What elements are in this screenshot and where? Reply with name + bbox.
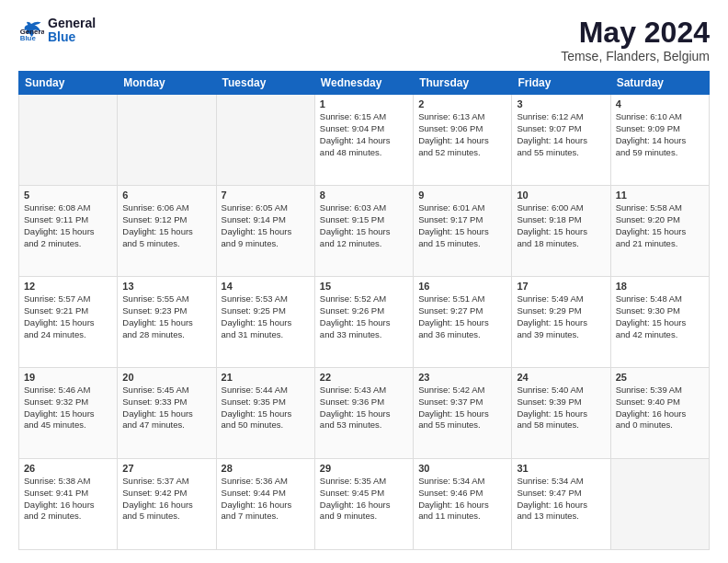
day-number: 22 <box>320 372 408 383</box>
calendar-cell: 12Sunrise: 5:57 AMSunset: 9:21 PMDayligh… <box>19 277 118 368</box>
calendar-cell: 28Sunrise: 5:36 AMSunset: 9:44 PMDayligh… <box>216 459 314 550</box>
day-info: Sunrise: 5:34 AMSunset: 9:47 PMDaylight:… <box>517 476 605 523</box>
calendar-cell: 6Sunrise: 6:06 AMSunset: 9:12 PMDaylight… <box>118 186 216 277</box>
calendar-cell: 25Sunrise: 5:39 AMSunset: 9:40 PMDayligh… <box>610 368 709 459</box>
day-info: Sunrise: 5:43 AMSunset: 9:36 PMDaylight:… <box>320 385 408 431</box>
calendar-cell <box>118 95 216 186</box>
calendar-cell <box>610 459 709 550</box>
day-info: Sunrise: 6:00 AMSunset: 9:18 PMDaylight:… <box>517 202 605 249</box>
title-block: May 2024 Temse, Flanders, Belgium <box>561 17 710 63</box>
calendar-cell: 4Sunrise: 6:10 AMSunset: 9:09 PMDaylight… <box>610 95 709 186</box>
calendar-cell: 23Sunrise: 5:42 AMSunset: 9:37 PMDayligh… <box>414 368 512 459</box>
day-info: Sunrise: 5:58 AMSunset: 9:20 PMDaylight:… <box>616 202 704 249</box>
calendar-cell: 11Sunrise: 5:58 AMSunset: 9:20 PMDayligh… <box>610 186 709 277</box>
calendar-cell: 15Sunrise: 5:52 AMSunset: 9:26 PMDayligh… <box>314 277 413 368</box>
day-info: Sunrise: 5:38 AMSunset: 9:41 PMDaylight:… <box>24 476 112 523</box>
day-info: Sunrise: 5:49 AMSunset: 9:29 PMDaylight:… <box>517 293 605 340</box>
calendar-cell: 19Sunrise: 5:46 AMSunset: 9:32 PMDayligh… <box>19 368 118 459</box>
header-sunday: Sunday <box>19 72 118 95</box>
day-number: 2 <box>418 98 506 109</box>
calendar-cell: 10Sunrise: 6:00 AMSunset: 9:18 PMDayligh… <box>512 186 610 277</box>
day-number: 9 <box>418 190 506 201</box>
day-number: 12 <box>24 281 112 292</box>
calendar-cell: 27Sunrise: 5:37 AMSunset: 9:42 PMDayligh… <box>118 459 216 550</box>
day-info: Sunrise: 5:40 AMSunset: 9:39 PMDaylight:… <box>517 385 605 431</box>
calendar-cell <box>19 95 118 186</box>
day-number: 8 <box>320 190 408 201</box>
day-info: Sunrise: 6:03 AMSunset: 9:15 PMDaylight:… <box>320 202 408 249</box>
week-row-3: 12Sunrise: 5:57 AMSunset: 9:21 PMDayligh… <box>19 277 710 368</box>
calendar-cell: 1Sunrise: 6:15 AMSunset: 9:04 PMDaylight… <box>314 95 413 186</box>
day-number: 23 <box>418 372 506 383</box>
header-tuesday: Tuesday <box>216 72 314 95</box>
day-number: 25 <box>616 372 704 383</box>
day-info: Sunrise: 6:13 AMSunset: 9:06 PMDaylight:… <box>418 111 506 158</box>
calendar-cell: 24Sunrise: 5:40 AMSunset: 9:39 PMDayligh… <box>512 368 610 459</box>
page: General Blue General Blue May 2024 Temse… <box>0 0 728 563</box>
day-number: 20 <box>122 372 210 383</box>
svg-text:Blue: Blue <box>20 35 37 43</box>
day-number: 24 <box>517 372 605 383</box>
calendar-cell: 17Sunrise: 5:49 AMSunset: 9:29 PMDayligh… <box>512 277 610 368</box>
day-info: Sunrise: 6:10 AMSunset: 9:09 PMDaylight:… <box>616 111 704 158</box>
day-info: Sunrise: 5:36 AMSunset: 9:44 PMDaylight:… <box>222 476 310 523</box>
day-info: Sunrise: 5:46 AMSunset: 9:32 PMDaylight:… <box>24 385 112 431</box>
day-number: 17 <box>517 281 605 292</box>
day-number: 3 <box>517 98 605 109</box>
calendar-cell: 21Sunrise: 5:44 AMSunset: 9:35 PMDayligh… <box>216 368 314 459</box>
day-info: Sunrise: 5:51 AMSunset: 9:27 PMDaylight:… <box>418 293 506 340</box>
header-friday: Friday <box>512 72 610 95</box>
logo-line2: Blue <box>48 30 96 44</box>
calendar-cell: 2Sunrise: 6:13 AMSunset: 9:06 PMDaylight… <box>414 95 512 186</box>
calendar-cell: 31Sunrise: 5:34 AMSunset: 9:47 PMDayligh… <box>512 459 610 550</box>
header-thursday: Thursday <box>414 72 512 95</box>
day-number: 30 <box>418 463 506 474</box>
day-info: Sunrise: 5:57 AMSunset: 9:21 PMDaylight:… <box>24 293 112 340</box>
day-info: Sunrise: 5:42 AMSunset: 9:37 PMDaylight:… <box>418 385 506 431</box>
day-number: 7 <box>222 190 310 201</box>
calendar-cell: 29Sunrise: 5:35 AMSunset: 9:45 PMDayligh… <box>314 459 413 550</box>
day-number: 26 <box>24 463 112 474</box>
day-info: Sunrise: 5:44 AMSunset: 9:35 PMDaylight:… <box>222 385 310 431</box>
header-wednesday: Wednesday <box>314 72 413 95</box>
day-number: 15 <box>320 281 408 292</box>
calendar-cell: 18Sunrise: 5:48 AMSunset: 9:30 PMDayligh… <box>610 277 709 368</box>
day-info: Sunrise: 5:45 AMSunset: 9:33 PMDaylight:… <box>122 385 210 431</box>
day-info: Sunrise: 5:48 AMSunset: 9:30 PMDaylight:… <box>616 293 704 340</box>
day-number: 28 <box>222 463 310 474</box>
calendar-cell: 22Sunrise: 5:43 AMSunset: 9:36 PMDayligh… <box>314 368 413 459</box>
week-row-1: 1Sunrise: 6:15 AMSunset: 9:04 PMDaylight… <box>19 95 710 186</box>
day-number: 19 <box>24 372 112 383</box>
day-info: Sunrise: 6:15 AMSunset: 9:04 PMDaylight:… <box>320 111 408 158</box>
day-info: Sunrise: 6:12 AMSunset: 9:07 PMDaylight:… <box>517 111 605 158</box>
logo-line1: General <box>48 17 96 30</box>
day-number: 21 <box>222 372 310 383</box>
week-row-2: 5Sunrise: 6:08 AMSunset: 9:11 PMDaylight… <box>19 186 710 277</box>
week-row-4: 19Sunrise: 5:46 AMSunset: 9:32 PMDayligh… <box>19 368 710 459</box>
subtitle: Temse, Flanders, Belgium <box>561 49 710 63</box>
day-number: 14 <box>222 281 310 292</box>
day-number: 1 <box>320 98 408 109</box>
header-saturday: Saturday <box>610 72 709 95</box>
day-number: 10 <box>517 190 605 201</box>
header: General Blue General Blue May 2024 Temse… <box>18 17 710 63</box>
day-number: 4 <box>616 98 704 109</box>
calendar-cell: 8Sunrise: 6:03 AMSunset: 9:15 PMDaylight… <box>314 186 413 277</box>
calendar-cell: 20Sunrise: 5:45 AMSunset: 9:33 PMDayligh… <box>118 368 216 459</box>
day-info: Sunrise: 5:39 AMSunset: 9:40 PMDaylight:… <box>616 385 704 431</box>
calendar-table: Sunday Monday Tuesday Wednesday Thursday… <box>18 71 710 550</box>
day-number: 27 <box>122 463 210 474</box>
day-info: Sunrise: 5:52 AMSunset: 9:26 PMDaylight:… <box>320 293 408 340</box>
calendar-cell: 16Sunrise: 5:51 AMSunset: 9:27 PMDayligh… <box>414 277 512 368</box>
day-info: Sunrise: 6:06 AMSunset: 9:12 PMDaylight:… <box>122 202 210 249</box>
day-number: 13 <box>122 281 210 292</box>
day-info: Sunrise: 5:37 AMSunset: 9:42 PMDaylight:… <box>122 476 210 523</box>
day-info: Sunrise: 6:01 AMSunset: 9:17 PMDaylight:… <box>418 202 506 249</box>
calendar-cell: 13Sunrise: 5:55 AMSunset: 9:23 PMDayligh… <box>118 277 216 368</box>
day-info: Sunrise: 5:35 AMSunset: 9:45 PMDaylight:… <box>320 476 408 523</box>
week-row-5: 26Sunrise: 5:38 AMSunset: 9:41 PMDayligh… <box>19 459 710 550</box>
day-info: Sunrise: 6:08 AMSunset: 9:11 PMDaylight:… <box>24 202 112 249</box>
calendar-cell: 30Sunrise: 5:34 AMSunset: 9:46 PMDayligh… <box>414 459 512 550</box>
calendar-cell: 3Sunrise: 6:12 AMSunset: 9:07 PMDaylight… <box>512 95 610 186</box>
day-number: 31 <box>517 463 605 474</box>
